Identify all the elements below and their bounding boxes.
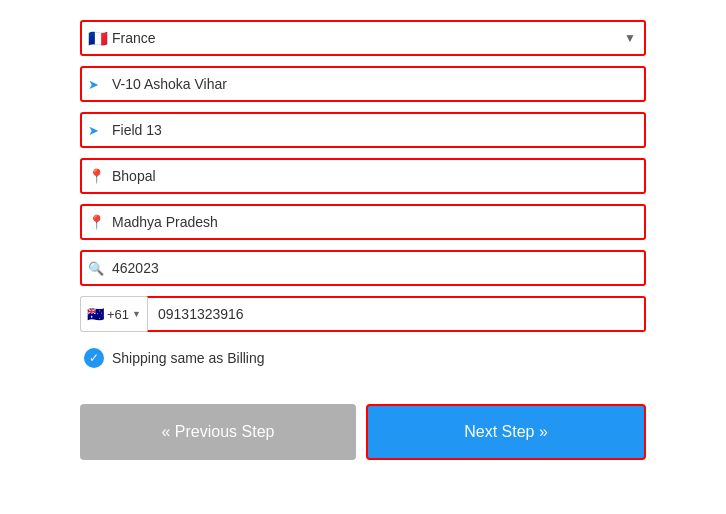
country-select[interactable]: France — [80, 20, 646, 56]
next-step-button[interactable]: Next Step » — [366, 404, 646, 460]
zip-input[interactable] — [80, 250, 646, 286]
address2-row: ➤ — [80, 112, 646, 148]
phone-chevron-icon: ▼ — [132, 309, 141, 319]
shipping-row: ✓ Shipping same as Billing — [80, 342, 646, 374]
city-input[interactable] — [80, 158, 646, 194]
checkmark-icon: ✓ — [89, 351, 99, 365]
phone-row: 🇦🇺 +61 ▼ — [80, 296, 646, 332]
zip-row: 🔍 — [80, 250, 646, 286]
shipping-checkbox[interactable]: ✓ — [84, 348, 104, 368]
phone-country-selector[interactable]: 🇦🇺 +61 ▼ — [80, 296, 147, 332]
state-row: 📍 — [80, 204, 646, 240]
address1-input[interactable] — [80, 66, 646, 102]
address2-input[interactable] — [80, 112, 646, 148]
button-row: « Previous Step Next Step » — [80, 404, 646, 460]
country-row: 🇫🇷 France ▼ — [80, 20, 646, 56]
shipping-label: Shipping same as Billing — [112, 350, 265, 366]
phone-input[interactable] — [147, 296, 646, 332]
address1-row: ➤ — [80, 66, 646, 102]
previous-step-button[interactable]: « Previous Step — [80, 404, 356, 460]
address-form: 🇫🇷 France ▼ ➤ ➤ 📍 📍 🔍 🇦🇺 +61 ▼ — [80, 20, 646, 460]
phone-flag-icon: 🇦🇺 — [87, 306, 104, 322]
city-row: 📍 — [80, 158, 646, 194]
phone-country-code-label: +61 — [107, 307, 129, 322]
state-input[interactable] — [80, 204, 646, 240]
